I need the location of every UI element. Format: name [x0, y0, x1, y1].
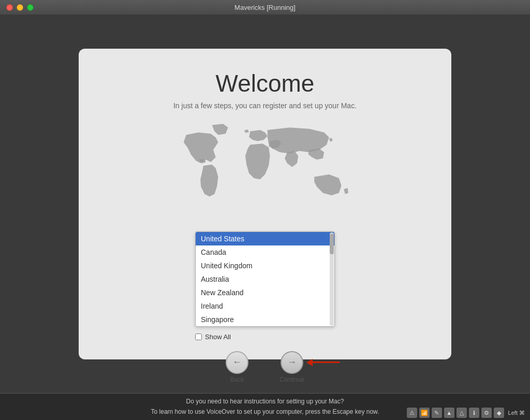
title-bar: Mavericks [Running] — [0, 0, 530, 15]
country-item-ca[interactable]: Canada — [196, 245, 334, 259]
show-all-label: Show All — [205, 333, 231, 341]
back-label: Back — [230, 376, 244, 383]
bottom-bar: Do you need to hear instructions for set… — [0, 393, 530, 420]
window-controls — [6, 4, 34, 11]
taskbar-icon-2[interactable]: 📶 — [419, 408, 430, 418]
welcome-subtitle: In just a few steps, you can register an… — [173, 102, 357, 110]
list-scrollbar[interactable] — [330, 233, 334, 326]
arrow-head — [306, 359, 313, 366]
show-all-row: Show All — [195, 333, 231, 341]
world-map — [161, 120, 369, 224]
country-list[interactable]: United States Canada United Kingdom Aust… — [195, 231, 335, 327]
country-item-ie[interactable]: Ireland — [196, 299, 334, 313]
country-item-au[interactable]: Australia — [196, 272, 334, 286]
close-button[interactable] — [6, 4, 13, 11]
main-area: Welcome In just a few steps, you can reg… — [0, 15, 530, 393]
arrow-line — [313, 361, 340, 363]
taskbar-icon-4[interactable]: ▲ — [444, 408, 454, 418]
taskbar-label: Left ⌘ — [508, 410, 525, 416]
country-item-us[interactable]: United States — [196, 232, 334, 245]
window-title: Mavericks [Running] — [234, 4, 296, 11]
bottom-line1: Do you need to hear instructions for set… — [151, 397, 379, 407]
arrow-indicator — [306, 359, 340, 366]
minimize-button[interactable] — [17, 4, 23, 11]
back-button[interactable]: ← — [226, 351, 248, 374]
country-item-nz[interactable]: New Zealand — [196, 286, 334, 299]
taskbar-icon-7[interactable]: ⚙ — [481, 408, 492, 418]
welcome-title: Welcome — [216, 69, 315, 97]
bottom-text: Do you need to hear instructions for set… — [151, 397, 379, 416]
taskbar-icon-8[interactable]: ◆ — [494, 408, 504, 418]
country-item-sg[interactable]: Singapore — [196, 313, 334, 326]
taskbar-icon-3[interactable]: ✎ — [432, 408, 442, 418]
taskbar-icon-5[interactable]: △ — [457, 408, 467, 418]
back-button-wrap: ← Back — [226, 351, 248, 383]
nav-buttons: ← Back → Continue — [226, 351, 304, 383]
bottom-line2: To learn how to use VoiceOver to set up … — [151, 407, 379, 417]
setup-panel: Welcome In just a few steps, you can reg… — [79, 49, 451, 359]
continue-button[interactable]: → — [281, 351, 303, 374]
show-all-checkbox[interactable] — [195, 334, 202, 340]
world-map-svg — [161, 120, 369, 224]
scrollbar-thumb — [330, 234, 334, 254]
taskbar-icon-6[interactable]: ℹ — [469, 408, 479, 418]
continue-button-wrap: → Continue — [279, 351, 304, 383]
maximize-button[interactable] — [27, 4, 34, 11]
taskbar: ⚠ 📶 ✎ ▲ △ ℹ ⚙ ◆ Left ⌘ — [407, 408, 525, 418]
country-item-uk[interactable]: United Kingdom — [196, 259, 334, 272]
continue-label: Continue — [279, 376, 304, 383]
country-list-wrapper: United States Canada United Kingdom Aust… — [195, 231, 335, 327]
taskbar-icon-1[interactable]: ⚠ — [407, 408, 417, 418]
